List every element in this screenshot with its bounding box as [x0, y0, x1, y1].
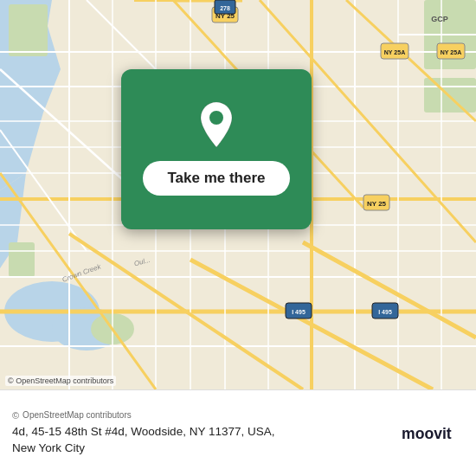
- take-me-there-button[interactable]: Take me there: [143, 161, 289, 196]
- svg-text:NY 25A: NY 25A: [384, 49, 405, 55]
- pin-icon-wrap: [193, 104, 240, 151]
- map-container: NY 25 NY 25A NY 25A GCP 278 NY 25 NY 25 …: [0, 0, 476, 389]
- svg-text:I 495: I 495: [378, 309, 392, 315]
- svg-rect-8: [9, 242, 35, 277]
- svg-text:I 495: I 495: [292, 309, 306, 315]
- svg-point-63: [209, 111, 223, 125]
- address-text-1: 4d, 45-15 48th St #4d, Woodside, NY 1137…: [12, 425, 274, 438]
- map-attribution: © OpenStreetMap contributors: [5, 376, 116, 386]
- svg-text:moovit: moovit: [402, 425, 452, 442]
- copyright-symbol: ©: [12, 410, 19, 421]
- svg-text:278: 278: [220, 5, 230, 11]
- svg-text:GCP: GCP: [431, 15, 448, 23]
- moovit-logo-svg: moovit: [402, 418, 464, 449]
- footer: © OpenStreetMap contributors 4d, 45-15 4…: [0, 389, 476, 476]
- osm-attribution: © OpenStreetMap contributors: [12, 410, 402, 421]
- osm-copyright-text: OpenStreetMap contributors: [23, 410, 132, 420]
- address-line: 4d, 45-15 48th St #4d, Woodside, NY 1137…: [12, 424, 402, 457]
- svg-rect-5: [9, 4, 48, 56]
- svg-text:NY 25: NY 25: [367, 200, 387, 208]
- svg-text:NY 25A: NY 25A: [441, 49, 461, 55]
- location-card: Take me there: [121, 69, 312, 229]
- moovit-logo: moovit: [402, 418, 464, 449]
- footer-left: © OpenStreetMap contributors 4d, 45-15 4…: [12, 410, 402, 457]
- location-pin-icon: [196, 102, 237, 152]
- address-text-2: New York City: [12, 441, 85, 454]
- app: NY 25 NY 25A NY 25A GCP 278 NY 25 NY 25 …: [0, 0, 476, 476]
